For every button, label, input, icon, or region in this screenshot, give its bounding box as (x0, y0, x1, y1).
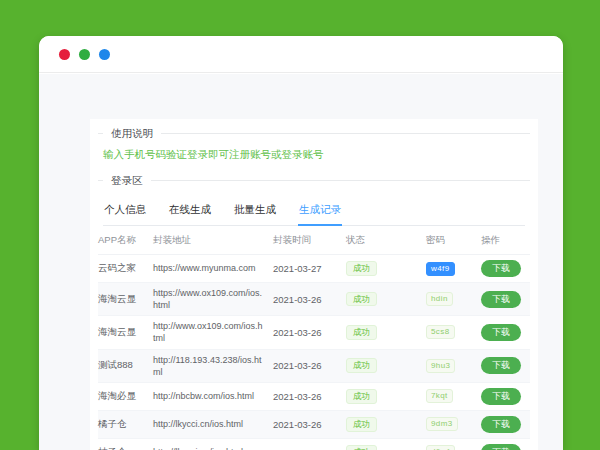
app-name-cell: 云码之家 (98, 262, 153, 275)
app-name-cell: 测试888 (98, 359, 153, 372)
usage-note: 输入手机号码验证登录即可注册账号或登录账号 (103, 148, 525, 162)
header-action: 操作 (481, 234, 530, 247)
package-time-cell: 2021-03-26 (273, 391, 346, 402)
status-cell: 成功 (346, 325, 426, 340)
password-code-badge[interactable]: 7kqt (426, 389, 453, 403)
browser-toolbar (39, 36, 563, 73)
table-row: 橘子仓 http://lkycci.cn/ios.html 2021-03-26… (98, 411, 530, 439)
package-url-cell: http://lkycci.cn/ios.html (153, 418, 273, 430)
app-name-cell: 海淘云显 (98, 293, 153, 306)
status-badge: 成功 (346, 417, 377, 432)
password-cell: w4f9 (426, 262, 481, 276)
status-cell: 成功 (346, 417, 426, 432)
table-row: 桔子仓 http://lkycci.cn/ios.html 2021-03-26… (98, 439, 530, 450)
action-cell: 下载 (481, 416, 530, 433)
table-row: 海淘云显 http://www.ox109.com/ios.html 2021-… (98, 316, 530, 349)
password-cell: hdin (426, 292, 481, 306)
status-cell: 成功 (346, 389, 426, 404)
table-header-row: APP名称 封装地址 封装时间 状态 密码 操作 (98, 226, 530, 255)
package-time-cell: 2021-03-26 (273, 360, 346, 371)
download-button[interactable]: 下载 (481, 357, 521, 374)
content-card: 使用说明 输入手机号码验证登录即可注册账号或登录账号 登录区 个人信息 在线生成… (90, 119, 538, 450)
password-code-badge[interactable]: hdin (426, 292, 453, 306)
action-cell: 下载 (481, 324, 530, 341)
status-cell: 成功 (346, 445, 426, 450)
traffic-dot-blue-icon[interactable] (99, 49, 110, 60)
table-row: 云码之家 https://www.myunma.com 2021-03-27 成… (98, 255, 530, 283)
download-button[interactable]: 下载 (481, 416, 521, 433)
package-url-cell: http://118.193.43.238/ios.html (153, 354, 273, 378)
password-cell: 9hu3 (426, 359, 481, 373)
tab-generate-records[interactable]: 生成记录 (298, 198, 342, 226)
table-row: 海淘必显 http://nbcbw.com/ios.html 2021-03-2… (98, 383, 530, 411)
page-background: 使用说明 输入手机号码验证登录即可注册账号或登录账号 登录区 个人信息 在线生成… (39, 74, 563, 450)
download-button[interactable]: 下载 (481, 324, 521, 341)
usage-section-divider: 使用说明 (98, 126, 530, 139)
status-badge: 成功 (346, 358, 377, 373)
package-time-cell: 2021-03-26 (273, 294, 346, 305)
status-badge: 成功 (346, 292, 377, 307)
password-cell: 5cs8 (426, 325, 481, 339)
tab-bar: 个人信息 在线生成 批量生成 生成记录 (103, 197, 525, 226)
package-time-cell: 2021-03-26 (273, 327, 346, 338)
header-app-name: APP名称 (98, 234, 153, 247)
download-button[interactable]: 下载 (481, 388, 521, 405)
traffic-dot-red-icon[interactable] (59, 49, 70, 60)
records-table: APP名称 封装地址 封装时间 状态 密码 操作 云码之家 https://ww… (98, 226, 530, 450)
table-row: 海淘云显 https://www.ox109.com/ios.html 2021… (98, 283, 530, 316)
password-cell: 7kqt (426, 389, 481, 403)
status-badge: 成功 (346, 389, 377, 404)
package-url-cell: https://www.myunma.com (153, 262, 273, 274)
table-row: 测试888 http://118.193.43.238/ios.html 202… (98, 350, 530, 383)
browser-window: 使用说明 输入手机号码验证登录即可注册账号或登录账号 登录区 个人信息 在线生成… (39, 36, 563, 450)
password-code-badge[interactable]: 9hu3 (426, 359, 455, 373)
action-cell: 下载 (481, 260, 530, 277)
package-url-cell: http://www.ox109.com/ios.html (153, 320, 273, 344)
package-time-cell: 2021-03-27 (273, 263, 346, 274)
header-password: 密码 (426, 234, 481, 247)
download-button[interactable]: 下载 (481, 260, 521, 277)
status-badge: 成功 (346, 261, 377, 276)
password-cell: d6wf (426, 445, 481, 450)
status-cell: 成功 (346, 358, 426, 373)
package-url-cell: http://nbcbw.com/ios.html (153, 390, 273, 402)
tab-online-generate[interactable]: 在线生成 (168, 198, 212, 226)
password-cell: 9dm3 (426, 417, 481, 431)
status-cell: 成功 (346, 292, 426, 307)
app-name-cell: 海淘必显 (98, 390, 153, 403)
header-package-time: 封装时间 (273, 234, 346, 247)
login-section-divider: 登录区 (98, 173, 530, 186)
header-status: 状态 (346, 234, 426, 247)
traffic-dot-green-icon[interactable] (79, 49, 90, 60)
status-badge: 成功 (346, 445, 377, 450)
header-package-url: 封装地址 (153, 234, 273, 247)
action-cell: 下载 (481, 291, 530, 308)
download-button[interactable]: 下载 (481, 291, 521, 308)
tab-personal-info[interactable]: 个人信息 (103, 198, 147, 226)
table-body: 云码之家 https://www.myunma.com 2021-03-27 成… (98, 255, 530, 450)
usage-section-title: 使用说明 (103, 127, 161, 140)
app-name-cell: 橘子仓 (98, 418, 153, 431)
password-code-badge[interactable]: w4f9 (426, 262, 455, 276)
package-url-cell: https://www.ox109.com/ios.html (153, 287, 273, 311)
login-section-title: 登录区 (103, 174, 151, 187)
package-url-cell: http://lkycci.cn/ios.html (153, 446, 273, 450)
action-cell: 下载 (481, 444, 530, 450)
status-cell: 成功 (346, 261, 426, 276)
tab-batch-generate[interactable]: 批量生成 (233, 198, 277, 226)
package-time-cell: 2021-03-26 (273, 419, 346, 430)
password-code-badge[interactable]: 5cs8 (426, 325, 455, 339)
divider-line (98, 180, 530, 181)
action-cell: 下载 (481, 388, 530, 405)
app-name-cell: 桔子仓 (98, 446, 153, 450)
download-button[interactable]: 下载 (481, 444, 521, 450)
status-badge: 成功 (346, 325, 377, 340)
app-name-cell: 海淘云显 (98, 326, 153, 339)
password-code-badge[interactable]: 9dm3 (426, 417, 458, 431)
divider-line (98, 133, 530, 134)
action-cell: 下载 (481, 357, 530, 374)
password-code-badge[interactable]: d6wf (426, 445, 455, 450)
